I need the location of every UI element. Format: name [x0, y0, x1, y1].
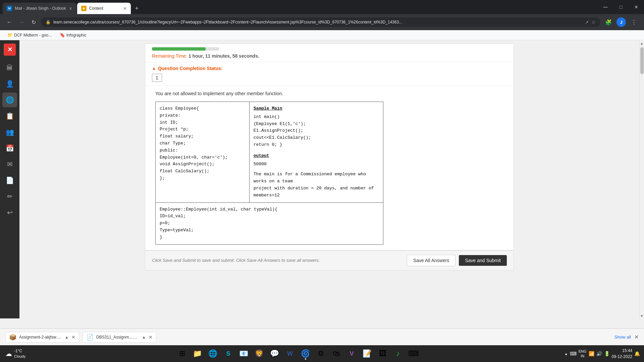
download-item-docx[interactable]: 📄 DBS311_Assignm....docx ▲ ✕	[83, 332, 156, 343]
extensions-button[interactable]: 🧩	[603, 17, 614, 27]
taskbar-weather[interactable]: ☁ -1°C Cloudy	[3, 347, 28, 360]
close-button[interactable]: ✕	[629, 2, 644, 12]
taskbar-app-whatsapp[interactable]: 💬	[267, 346, 282, 361]
download-item-zip[interactable]: 📦 Assignment-2-akjfsw.zip ▲ ✕	[5, 332, 79, 343]
sidebar-item-people[interactable]: 👥	[2, 125, 17, 139]
remaining-time-secs: 58 seconds.	[232, 53, 259, 59]
sidebar-item-back[interactable]: ↩	[2, 205, 17, 220]
taskbar-app-edge[interactable]: 🌐	[206, 346, 220, 361]
sample-main-header: Sample Main	[254, 105, 379, 112]
weather-condition: Cloudy	[14, 354, 25, 359]
completion-arrow-icon: ▲	[152, 66, 156, 71]
scroll-down-arrow[interactable]: ▼	[640, 313, 644, 318]
progress-bar-fill	[152, 47, 206, 51]
taskbar-app-vs[interactable]: V	[344, 346, 359, 361]
forward-nav-button[interactable]: →	[17, 17, 26, 27]
taskbar-app-s[interactable]: S	[221, 346, 236, 361]
taskbar-app-explorer[interactable]: 📁	[190, 346, 205, 361]
battery-icon[interactable]: 🔋	[604, 351, 610, 356]
timer-section: Remaining Time: 1 hour, 11 minutes, 58 s…	[145, 44, 514, 62]
code-left-pre: class Employee{ private: int ID; Project…	[160, 105, 245, 182]
weather-icon: ☁	[5, 350, 12, 358]
outlook-tab-label: Mail - Jitwan Singh - Outlook	[15, 6, 66, 11]
taskbar-app-word[interactable]: W	[283, 346, 298, 361]
docx-icon: 📄	[86, 334, 94, 341]
output-value: 50000	[254, 161, 379, 168]
taskbar-app-chrome[interactable]: 🌀	[298, 346, 313, 361]
bookmark-infographic[interactable]: 🔖 Infographic	[58, 32, 88, 38]
show-all-link[interactable]: Show all	[614, 335, 631, 340]
question-instruction: You are not allowed to implement any oth…	[155, 91, 503, 96]
taskbar-app-spotify[interactable]: ♪	[391, 346, 406, 361]
question-number-box[interactable]: 1	[152, 74, 162, 82]
remaining-time-mins: 11 minutes,	[205, 53, 232, 59]
taskbar-app-store[interactable]: 🛍	[329, 346, 344, 361]
tab-bar: M Mail - Jitwan Singh - Outlook ✕ ■ Cont…	[0, 0, 644, 14]
code-left-cell: class Employee{ private: int ID; Project…	[156, 102, 250, 203]
sidebar-item-document[interactable]: 📄	[2, 173, 17, 188]
back-nav-button[interactable]: ←	[5, 17, 14, 27]
chrome-active-indicator	[305, 358, 306, 360]
taskbar-app-ssh[interactable]: ⌨	[406, 346, 421, 361]
save-all-answers-button[interactable]: Save All Answers	[407, 255, 455, 266]
lang-label: ENGIN	[579, 349, 587, 359]
scrollbar-right[interactable]: ▲ ▼	[639, 40, 644, 318]
notification-chevron[interactable]: ▲	[565, 352, 568, 356]
taskbar-app-outlook[interactable]: 📧	[236, 346, 251, 361]
zip-label: Assignment-2-akjfsw.zip	[19, 335, 62, 340]
tab-content[interactable]: ■ Content ✕	[77, 3, 131, 14]
sidebar-item-notebook[interactable]: 📋	[2, 109, 17, 123]
sidebar-item-calendar[interactable]: 📅	[2, 141, 17, 156]
zip-icon: 📦	[9, 334, 16, 341]
star-icon[interactable]: ☆	[591, 19, 596, 25]
address-bar: ← → ↻ 🔒 learn.senecacollege.ca/ultra/cou…	[0, 14, 644, 30]
reload-button[interactable]: ↻	[29, 17, 38, 27]
docx-chevron-icon[interactable]: ▲	[142, 335, 146, 340]
scroll-up-arrow[interactable]: ▲	[640, 41, 644, 46]
constructor-row: Employee::Employee(int id_val, char type…	[156, 203, 383, 244]
tab-outlook[interactable]: M Mail - Jitwan Singh - Outlook ✕	[3, 3, 76, 14]
taskbar-system-tray: ▲ ⌨ ENGIN 📶 🔊 🔋 15:44 09-12-2022 🔔	[565, 348, 641, 360]
downloads-close-icon[interactable]: ✕	[634, 334, 639, 340]
docx-label: DBS311_Assignm....docx	[96, 335, 139, 340]
notification-bell-icon[interactable]: 🔔	[634, 351, 640, 356]
remaining-time-text: Remaining Time: 1 hour, 11 minutes, 58 s…	[152, 53, 507, 59]
wifi-icon[interactable]: 📶	[589, 351, 594, 356]
zip-close-icon[interactable]: ✕	[71, 335, 75, 340]
taskbar-app-brave[interactable]: 🦁	[252, 346, 267, 361]
profile-avatar[interactable]: J	[616, 17, 626, 27]
sidebar-item-mail[interactable]: ✉	[2, 157, 17, 172]
sidebar-item-globe[interactable]: 🌐	[2, 93, 17, 107]
keyboard-icon[interactable]: ⌨	[570, 351, 577, 356]
sidebar-close-button[interactable]: ✕	[4, 44, 16, 56]
downloads-bar: 📦 Assignment-2-akjfsw.zip ▲ ✕ 📄 DBS311_A…	[0, 328, 644, 345]
taskbar-app-notepad[interactable]: 📝	[360, 346, 375, 361]
sidebar-item-edit[interactable]: ✏	[2, 189, 17, 204]
docx-close-icon[interactable]: ✕	[149, 335, 153, 340]
taskbar-app-settings[interactable]: ⚙	[314, 346, 328, 361]
clock-display[interactable]: 15:44 09-12-2022	[612, 348, 632, 360]
share-icon: ↗	[585, 20, 589, 25]
url-bar[interactable]: 🔒 learn.senecacollege.ca/ultra/courses/_…	[41, 17, 600, 27]
bookmark-dcf[interactable]: 📁 DCF Midterm - goo...	[5, 32, 54, 38]
save-and-submit-button[interactable]: Save and Submit	[459, 255, 507, 266]
zip-chevron-icon[interactable]: ▲	[65, 335, 69, 340]
content-tab-close[interactable]: ✕	[123, 6, 127, 11]
scroll-thumb[interactable]	[640, 47, 644, 74]
sound-icon[interactable]: 🔊	[596, 351, 602, 356]
minimize-button[interactable]: ─	[598, 2, 613, 12]
window-controls: ─ □ ✕	[598, 0, 644, 14]
content-favicon: ■	[81, 6, 87, 11]
outlook-tab-close[interactable]: ✕	[69, 6, 72, 11]
taskbar-start-button[interactable]: ⊞	[175, 346, 190, 361]
menu-button[interactable]: ⋮	[629, 17, 639, 27]
new-tab-button[interactable]: +	[132, 4, 142, 13]
browser-chrome: M Mail - Jitwan Singh - Outlook ✕ ■ Cont…	[0, 0, 644, 30]
question-number: 1	[156, 75, 158, 80]
taskbar-app-photos[interactable]: 🖼	[375, 346, 390, 361]
code-table-top: class Employee{ private: int ID; Project…	[155, 102, 383, 203]
sidebar-item-institution[interactable]: 🏛	[2, 60, 17, 75]
sidebar-item-user[interactable]: 👤	[2, 76, 17, 91]
maximize-button[interactable]: □	[613, 2, 629, 12]
clock-date: 09-12-2022	[612, 354, 632, 360]
